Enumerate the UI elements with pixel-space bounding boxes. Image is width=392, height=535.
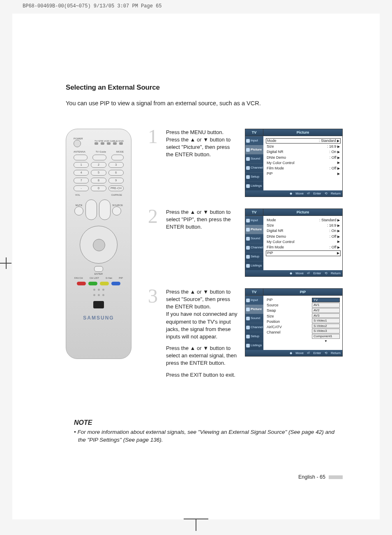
step-2: 2 Press the ▲ or ▼ button to select "PIP… [148,208,343,277]
page-footer: English - 65 [298,474,343,480]
pip-row: Channel [267,330,307,335]
sidebar-channel: Channel [245,163,263,172]
step-number: 3 [148,288,160,383]
vol-label: VOL [75,194,80,196]
enter-label: ENTER [95,273,103,275]
sidebar-setup: Setup [245,172,263,181]
sidebar-setup: Setup [245,252,263,261]
osd-row-size: Size: 16:9 ▶ [267,144,340,149]
tvguide-logo-icon [93,301,104,308]
sidebar-picture: Picture [245,225,263,234]
vol-rocker [85,199,97,220]
source-button [112,206,121,215]
manual-page: Selecting an External Source You can use… [12,14,380,519]
mode-button [111,155,124,160]
osd-row-size: Size: 16:9 ▶ [267,223,340,228]
osd-sidebar: Input Picture Sound Channel Setup Listin… [245,136,263,190]
note-title: NOTE [74,419,343,426]
dash-button: - [74,185,89,191]
dpad-center-icon [93,239,105,251]
pip-row: Position [267,319,307,324]
osd-footer: ◆ Move ⏎ Enter ⟲ Return [245,190,342,197]
ch-rocker [99,199,111,220]
osd-footer: ◆ Move ⏎ Enter ⟲ Return [245,270,342,276]
channel-icon [246,326,250,329]
num-5: 5 [91,170,106,176]
osd-row-pip: PIP▶ [267,171,340,176]
channel-icon [246,246,250,250]
pip-chip: AV3 [312,313,340,318]
step-text: Press the ▲ or ▼ button to select "Sourc… [166,288,238,383]
note-body: • For more information about external si… [74,428,343,444]
dnet-label: D-Net [106,277,112,279]
step-text: Press the MENU button. Press the ▲ or ▼ … [166,129,238,197]
page-number: English - 65 [298,474,325,480]
pip-chip: AV2 [312,308,340,313]
input-icon [246,299,250,302]
osd-row-mycolor: My Color Control▶ [267,160,340,166]
osd-row-pip: PIP▶ [266,250,341,256]
brand-logo: SAMSUNG [71,315,126,321]
picture-icon [246,308,250,311]
pip-row: Swap [267,308,307,313]
sidebar-picture: Picture [245,145,263,154]
power-button-icon [74,140,81,147]
tvguide-label: TV Guide [96,151,106,153]
antenna-button [74,155,88,160]
enter-button-icon [94,266,103,272]
sidebar-picture: Picture [245,305,263,314]
sidebar-listings: Listings [245,181,263,190]
osd-row-mycolor: My Color Control▶ [267,239,340,245]
osd-row-digitalnr: Digital NR: On ▶ [267,228,340,234]
osd-row-mode: Mode: Standard ▶ [266,138,341,144]
step-text: Press the ▲ or ▼ button to select "PIP",… [166,208,238,277]
step-3: 3 Press the ▲ or ▼ button to select "Sou… [148,288,343,383]
step-1: 1 Press the MENU button. Press the ▲ or … [148,129,343,197]
setup-icon [246,335,250,338]
num-7: 7 [74,178,89,183]
section-title: Selecting an External Source [66,83,343,92]
osd-row-mode: Mode: Standard ▶ [267,218,340,223]
source-label: SOURCE [112,204,123,206]
osd-picture-2: TV Picture Input Picture Sound Channel [245,208,343,277]
crop-mark-icon [184,519,208,519]
pip-chip: Component1 [312,334,340,339]
intro-text: You can use PIP to view a signal from an… [66,99,343,108]
sidebar-sound: Sound [245,154,263,163]
num-0: 0 [91,185,106,191]
num-9: 9 [108,178,124,183]
note-block: NOTE • For more information about extern… [66,419,343,444]
blue-pill-icon [111,282,120,285]
osd-corner: TV [245,209,263,216]
listings-icon [246,184,250,188]
sound-icon [246,157,250,161]
pip-chip: S-Video3 [312,329,340,334]
listings-icon [246,264,250,268]
crop-mark-icon [196,519,196,531]
osd-corner: TV [245,289,263,296]
picture-icon [246,228,250,232]
osd-main: Mode: Standard ▶ Size: 16:9 ▶ Digital NR… [263,216,342,270]
osd-row-digitalnr: Digital NR: On ▶ [267,149,340,155]
sidebar-input: Input [245,296,263,305]
sound-icon [246,317,250,320]
sidebar-listings: Listings [245,341,263,350]
osd-corner: TV [245,129,263,136]
sidebar-channel: Channel [245,243,263,252]
sidebar-setup: Setup [245,332,263,341]
src-leds-label: TV STB VCR CABLE DVD [95,140,124,142]
pip-chip: S-Video1 [312,318,340,323]
power-label: POWER [74,137,83,140]
listings-icon [246,344,250,347]
prech-button: PRE-CH [108,185,124,191]
osd-pip: TV PIP Input Picture Sound Channel [245,288,343,357]
osd-row-filmmode: Film Mode: Off ▶ [267,245,340,250]
pip-row: Size [267,314,307,319]
green-pill-icon [88,282,97,285]
sidebar-channel: Channel [245,323,263,332]
red-pill-icon [77,282,86,285]
osd-row-filmmode: Film Mode: Off ▶ [267,166,340,171]
setup-icon [246,255,250,259]
num-1: 1 [74,162,89,168]
mute-button [74,206,83,215]
